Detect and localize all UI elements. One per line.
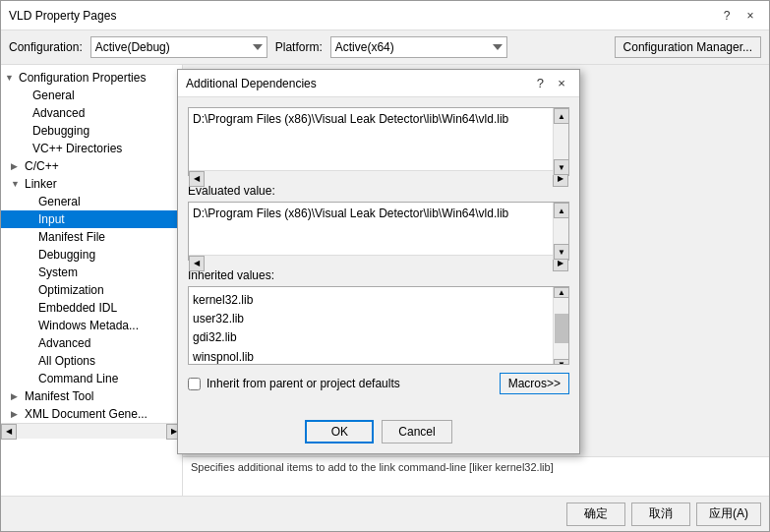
sidebar-item-linker-debugging[interactable]: Debugging — [1, 246, 182, 264]
modal-title-controls: ? × — [537, 74, 571, 93]
sidebar-item-general[interactable]: General — [1, 87, 182, 104]
inherited-list: kernel32.lib user32.lib gdi32.lib winspn… — [188, 286, 569, 365]
sidebar-item-linker[interactable]: ▼ Linker — [1, 175, 182, 193]
list-item: gdi32.lib — [193, 328, 564, 347]
title-bar: VLD Property Pages ? × — [1, 1, 769, 30]
arrow-icon: ▶ — [11, 161, 25, 171]
sidebar-item-label: Advanced — [38, 336, 90, 350]
config-label: Configuration: — [9, 40, 83, 54]
dependencies-input[interactable] — [189, 108, 551, 167]
sidebar-item-label: General — [32, 89, 75, 102]
description-text: Specifies additional items to add to the… — [183, 456, 769, 496]
sidebar-item-label: Optimization — [38, 283, 104, 297]
sidebar-item-cpp[interactable]: ▶ C/C++ — [1, 157, 182, 175]
modal-title-bar: Additional Dependencies ? × — [178, 70, 579, 97]
cancel-main-button[interactable]: 取消 — [631, 502, 690, 526]
modal-body: ▲ ▼ ◀ ▶ Evaluated value: ▲ ▼ — [178, 97, 579, 414]
description-area: Specifies additional items to add to the… — [183, 456, 769, 496]
scroll-left-btn[interactable]: ◀ — [189, 171, 205, 187]
modal-title: Additional Dependencies — [186, 77, 317, 90]
sidebar-item-linker-advanced[interactable]: Advanced — [1, 334, 182, 352]
inherited-list-inner: kernel32.lib user32.lib gdi32.lib winspn… — [189, 287, 568, 365]
apply-button[interactable]: 应用(A) — [696, 502, 761, 526]
additional-dependencies-modal: Additional Dependencies ? × ▲ ▼ ◀ ▶ — [177, 69, 580, 454]
sidebar-item-label: Advanced — [32, 106, 85, 120]
sidebar-item-all-options[interactable]: All Options — [1, 352, 182, 370]
list-item: user32.lib — [193, 310, 564, 328]
scroll-thumb — [555, 314, 568, 343]
sidebar-item-command-line[interactable]: Command Line — [1, 370, 182, 387]
modal-cancel-button[interactable]: Cancel — [382, 420, 451, 443]
modal-help-button[interactable]: ? — [537, 76, 544, 90]
list-item: kernel32.lib — [193, 291, 564, 310]
inherited-label: Inherited values: — [188, 268, 569, 282]
arrow-icon: ▼ — [11, 179, 25, 189]
window-title: VLD Property Pages — [9, 9, 116, 23]
sidebar-item-xml-doc[interactable]: ▶ XML Document Gene... — [1, 405, 182, 423]
sidebar-item-embedded-idl[interactable]: Embedded IDL — [1, 299, 182, 317]
scroll-down-btn[interactable]: ▼ — [554, 244, 569, 260]
sidebar-item-label: VC++ Directories — [32, 142, 122, 155]
sidebar-item-label: Linker — [25, 177, 57, 191]
inherit-label: Inherit from parent or project defaults — [207, 377, 400, 390]
inherit-checkbox[interactable] — [188, 378, 201, 390]
sidebar-item-label: Command Line — [38, 372, 118, 385]
config-row: Configuration: Active(Debug) Platform: A… — [1, 30, 769, 65]
evaluated-container: ▲ ▼ ◀ ▶ — [188, 202, 569, 261]
help-button[interactable]: ? — [716, 5, 738, 27]
macros-button[interactable]: Macros>> — [500, 373, 569, 394]
evaluated-value[interactable] — [189, 203, 551, 252]
scroll-up-btn[interactable]: ▲ — [554, 203, 569, 218]
sidebar-item-system[interactable]: System — [1, 264, 182, 281]
sidebar-item-manifest-tool[interactable]: ▶ Manifest Tool — [1, 387, 182, 405]
sidebar: ▼ Configuration Properties General Advan… — [1, 65, 183, 496]
sidebar-item-label: System — [38, 266, 78, 279]
config-select[interactable]: Active(Debug) — [90, 36, 267, 58]
sidebar-item-label: Input — [38, 212, 65, 226]
modal-ok-button[interactable]: OK — [305, 420, 374, 443]
evaluated-scrollbar-v: ▲ ▼ — [553, 203, 568, 260]
checkbox-row: Inherit from parent or project defaults … — [188, 373, 569, 394]
sidebar-item-debugging[interactable]: Debugging — [1, 122, 182, 140]
arrow-icon: ▶ — [11, 409, 25, 419]
sidebar-item-windows-meta[interactable]: Windows Metada... — [1, 317, 182, 334]
sidebar-item-vc-dirs[interactable]: VC++ Directories — [1, 140, 182, 157]
inherited-scrollbar: ▲ ▼ — [553, 287, 568, 364]
config-manager-button[interactable]: Configuration Manager... — [615, 36, 761, 58]
sidebar-item-manifest-file[interactable]: Manifest File — [1, 228, 182, 246]
list-item: winspnol.lib — [193, 348, 564, 365]
scroll-up-btn[interactable]: ▲ — [554, 108, 569, 124]
sidebar-item-config-props[interactable]: ▼ Configuration Properties — [1, 69, 182, 87]
scroll-down-btn[interactable]: ▼ — [554, 159, 569, 175]
input-scrollbar-h: ◀ ▶ — [189, 170, 568, 186]
bottom-bar: 确定 取消 应用(A) — [1, 496, 769, 531]
inherited-track — [554, 298, 568, 359]
arrow-icon: ▶ — [11, 391, 25, 401]
sidebar-item-optimization[interactable]: Optimization — [1, 281, 182, 299]
inherited-scroll-up[interactable]: ▲ — [554, 287, 569, 298]
sidebar-item-label: Windows Metada... — [38, 319, 139, 332]
sidebar-item-advanced[interactable]: Advanced — [1, 104, 182, 122]
close-button[interactable]: × — [740, 5, 761, 27]
sidebar-item-label: All Options — [38, 354, 95, 368]
sidebar-item-label: General — [38, 195, 81, 208]
sidebar-item-linker-general[interactable]: General — [1, 193, 182, 210]
sidebar-item-label: Configuration Properties — [19, 71, 146, 85]
sidebar-item-input[interactable]: Input — [1, 210, 182, 228]
scroll-h-track — [205, 171, 553, 186]
sidebar-item-label: Embedded IDL — [38, 301, 117, 315]
input-container: ▲ ▼ ◀ ▶ — [188, 107, 569, 176]
scroll-h-track — [205, 256, 553, 270]
evaluated-label: Evaluated value: — [188, 184, 569, 198]
scroll-left-btn[interactable]: ◀ — [189, 256, 205, 271]
evaluated-scrollbar-h: ◀ ▶ — [189, 255, 568, 270]
sidebar-scrollbar: ◀ ▶ — [1, 423, 182, 439]
title-bar-left: VLD Property Pages — [9, 9, 116, 23]
sidebar-item-label: Manifest File — [38, 230, 105, 244]
platform-select[interactable]: Active(x64) — [330, 36, 507, 58]
modal-close-button[interactable]: × — [552, 74, 571, 93]
platform-label: Platform: — [275, 40, 323, 54]
sidebar-item-label: C/C++ — [25, 159, 59, 173]
scroll-left-btn[interactable]: ◀ — [1, 424, 17, 440]
confirm-button[interactable]: 确定 — [566, 502, 625, 526]
